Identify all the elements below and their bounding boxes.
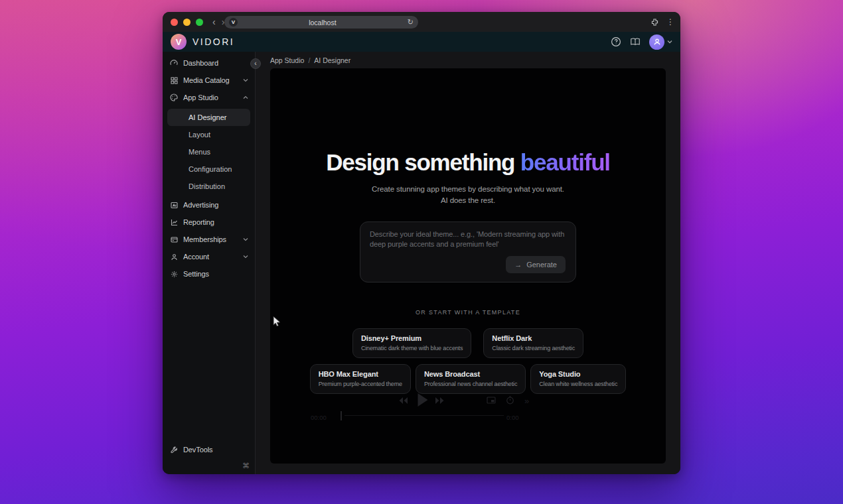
pip-icon[interactable]: [487, 397, 496, 404]
template-card-netflix[interactable]: Netflix Dark Classic dark streaming aest…: [483, 328, 583, 358]
generate-button[interactable]: → Generate: [506, 256, 566, 273]
template-title: Yoga Studio: [539, 370, 617, 378]
sidebar-item-devtools[interactable]: DevTools: [163, 441, 255, 458]
breadcrumb-separator: /: [308, 56, 310, 64]
chevron-up-icon: [243, 95, 248, 99]
player-progress-track[interactable]: [345, 415, 504, 416]
player-duration: 0:00: [506, 414, 519, 421]
sidebar-subitem-layout[interactable]: Layout: [167, 126, 250, 143]
app-header: V VIDORI: [163, 32, 680, 52]
gear-icon: [170, 270, 178, 278]
template-title: News Broadcast: [424, 370, 517, 378]
breadcrumb: App Studio / AI Designer: [256, 52, 680, 68]
breadcrumb-app-studio[interactable]: App Studio: [270, 56, 304, 64]
sidebar-label: Media Catalog: [183, 76, 230, 84]
breadcrumb-ai-designer: AI Designer: [314, 56, 350, 64]
rewind-icon[interactable]: [398, 396, 408, 405]
browser-titlebar: ‹ › V localhost ↻ ⋮: [163, 12, 680, 32]
sidebar-subitem-distribution[interactable]: Distribution: [167, 178, 250, 195]
sidebar-label: App Studio: [183, 94, 218, 101]
command-key-icon: ⌘: [242, 462, 250, 470]
help-icon[interactable]: [611, 36, 621, 47]
hero-section: Design something beautiful Create stunni…: [270, 151, 666, 206]
reload-icon[interactable]: ↻: [408, 19, 414, 26]
sidebar: Dashboard Media Catalog: [163, 52, 256, 474]
page-subtitle: Create stunning app themes by describing…: [270, 184, 666, 206]
palette-icon: [170, 94, 178, 101]
sidebar-item-dashboard[interactable]: Dashboard: [163, 54, 255, 72]
template-desc: Premium purple-accented theme: [319, 381, 402, 387]
theme-prompt-input[interactable]: [370, 229, 566, 257]
sidebar-item-reporting[interactable]: Reporting: [163, 214, 255, 231]
template-card-news[interactable]: News Broadcast Professional news channel…: [416, 364, 526, 394]
ai-designer-canvas: Design something beautiful Create stunni…: [270, 68, 666, 464]
theme-prompt-box: → Generate: [360, 221, 576, 283]
grid-icon: [170, 76, 178, 84]
sidebar-subitem-ai-designer[interactable]: AI Designer: [167, 109, 250, 126]
fast-forward-icon[interactable]: [435, 396, 445, 405]
sidebar-item-advertising[interactable]: Advertising: [163, 196, 255, 214]
template-desc: Classic dark streaming aesthetic: [492, 345, 575, 351]
chevron-down-icon: [243, 237, 248, 241]
sidebar-item-media-catalog[interactable]: Media Catalog: [163, 72, 255, 89]
docs-book-icon[interactable]: [630, 37, 641, 46]
gauge-icon: [170, 59, 178, 67]
template-title: HBO Max Elegant: [319, 370, 402, 378]
sidebar-label: DevTools: [183, 446, 212, 454]
membership-card-icon: [170, 235, 178, 243]
sidebar-subitem-configuration[interactable]: Configuration: [167, 160, 250, 178]
timer-icon[interactable]: [506, 396, 514, 405]
vidori-logo[interactable]: V: [171, 34, 187, 50]
sidebar-subitem-menus[interactable]: Menus: [167, 143, 250, 160]
site-favicon: V: [229, 18, 238, 27]
template-card-disney[interactable]: Disney+ Premium Cinematic dark theme wit…: [352, 328, 471, 358]
address-bar[interactable]: V localhost ↻: [224, 16, 418, 29]
sidebar-label: Dashboard: [183, 59, 218, 67]
browser-menu-icon[interactable]: ⋮: [666, 17, 674, 27]
avatar: [649, 34, 664, 50]
sidebar-item-app-studio[interactable]: App Studio: [163, 89, 255, 106]
template-cards-row-1: Disney+ Premium Cinematic dark theme wit…: [270, 328, 666, 358]
template-desc: Cinematic dark theme with blue accents: [361, 345, 463, 351]
sidebar-label: Advertising: [183, 201, 218, 209]
play-icon[interactable]: [417, 393, 429, 407]
template-desc: Clean white wellness aesthetic: [539, 381, 617, 387]
template-desc: Professional news channel aesthetic: [424, 381, 517, 387]
zoom-window-button[interactable]: [196, 19, 203, 26]
page-title: Design something beautiful: [270, 151, 666, 174]
close-window-button[interactable]: [171, 19, 178, 26]
browser-back-button[interactable]: ‹: [212, 17, 216, 27]
wrench-icon: [170, 446, 178, 454]
player-progress-handle[interactable]: [341, 411, 342, 420]
main-content: App Studio / AI Designer Design somethin…: [256, 52, 680, 474]
sidebar-item-settings[interactable]: Settings: [163, 265, 255, 283]
template-title: Netflix Dark: [492, 334, 575, 342]
sidebar-label: Memberships: [183, 235, 226, 243]
minimize-window-button[interactable]: [183, 19, 191, 26]
chevron-down-icon: [667, 40, 672, 44]
chevron-down-icon: [243, 255, 248, 259]
skip-chevrons-icon[interactable]: »: [524, 396, 529, 406]
user-icon: [170, 253, 178, 261]
ad-icon: [170, 201, 178, 209]
chart-icon: [170, 218, 178, 226]
extensions-icon[interactable]: [651, 18, 659, 27]
sidebar-collapse-button[interactable]: ‹: [250, 58, 261, 69]
template-title: Disney+ Premium: [361, 334, 463, 342]
account-menu[interactable]: [649, 34, 672, 50]
player-current-time: 00:00: [311, 414, 327, 421]
sidebar-item-account[interactable]: Account: [163, 248, 255, 265]
template-card-yoga[interactable]: Yoga Studio Clean white wellness aesthet…: [530, 364, 626, 394]
template-cards-row-2: HBO Max Elegant Premium purple-accented …: [270, 364, 666, 394]
browser-window: ‹ › V localhost ↻ ⋮ V VIDORI: [163, 12, 680, 474]
chevron-down-icon: [243, 78, 248, 82]
templates-section-label: OR START WITH A TEMPLATE: [270, 309, 666, 316]
arrow-right-icon: →: [514, 261, 522, 269]
url-text: localhost: [238, 19, 408, 27]
sidebar-item-memberships[interactable]: Memberships: [163, 231, 255, 248]
sidebar-label: Settings: [183, 270, 209, 278]
page-title-accent: beautiful: [520, 149, 610, 175]
template-card-hbo[interactable]: HBO Max Elegant Premium purple-accented …: [310, 364, 411, 394]
sidebar-label: Account: [183, 253, 209, 261]
brand-name: VIDORI: [192, 36, 234, 47]
